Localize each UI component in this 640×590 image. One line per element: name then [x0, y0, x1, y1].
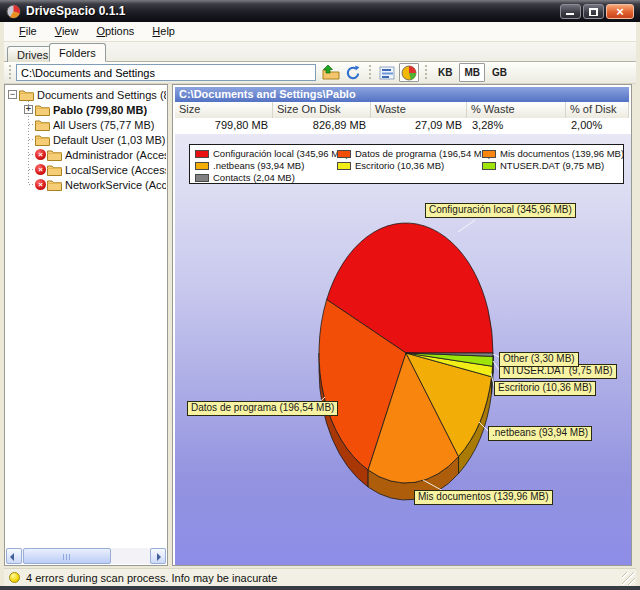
- legend-item: Contacts (2,04 MB): [195, 172, 295, 183]
- status-bar: 4 errors during scan process. Info may b…: [4, 568, 636, 586]
- collapse-icon[interactable]: −: [8, 90, 17, 99]
- tree-item[interactable]: ×LocalService (Access Deni: [6, 162, 166, 177]
- pie-slice-label: Datos de programa (196,54 MB): [187, 401, 338, 416]
- legend-label: Configuración local (345,96 MB): [213, 148, 349, 159]
- folder-icon: [47, 149, 62, 161]
- stats-header-row: SizeSize On DiskWaste% Waste% of Disk: [175, 102, 629, 118]
- legend-swatch: [482, 162, 496, 170]
- tree-item[interactable]: −Documents and Settings (876,60: [6, 87, 166, 102]
- tab-folders-label: Folders: [59, 47, 96, 59]
- legend-item: .netbeans (93,94 MB): [195, 160, 304, 171]
- stat-value: 3,28%: [467, 118, 566, 134]
- address-input[interactable]: [16, 64, 316, 81]
- title-bar[interactable]: DriveSpacio 0.1.1 ×: [0, 0, 640, 22]
- stat-value: 27,09 MB: [371, 118, 467, 134]
- menu-options[interactable]: Options: [87, 23, 143, 40]
- legend-label: NTUSER.DAT (9,75 MB): [500, 160, 604, 171]
- menu-view[interactable]: View: [46, 23, 88, 40]
- legend-item: Datos de programa (196,54 MB): [337, 148, 491, 159]
- legend-swatch: [337, 162, 351, 170]
- tree-item[interactable]: ×Administrador (Access Deni: [6, 147, 166, 162]
- warning-dot-icon: [9, 572, 20, 583]
- minimize-button[interactable]: [560, 4, 581, 19]
- access-denied-icon: ×: [35, 179, 46, 190]
- toolbar-grip[interactable]: [425, 65, 427, 81]
- pie-slice-label: Escritorio (10,36 MB): [494, 381, 596, 396]
- tree-item-label: Default User (1,03 MB): [53, 134, 165, 146]
- close-button[interactable]: ×: [606, 4, 634, 19]
- window-border: [0, 586, 640, 590]
- tree-item[interactable]: ×NetworkService (Access D: [6, 177, 166, 192]
- access-denied-icon: ×: [35, 149, 46, 160]
- tree-item[interactable]: +Pablo (799,80 MB): [6, 102, 166, 117]
- legend-item: Configuración local (345,96 MB): [195, 148, 349, 159]
- folder-icon: [19, 89, 34, 101]
- app-window: DriveSpacio 0.1.1 × File View Options He…: [0, 0, 640, 590]
- chart-legend: Configuración local (345,96 MB)Datos de …: [189, 144, 624, 184]
- close-icon: ×: [607, 5, 633, 18]
- maximize-button[interactable]: [583, 4, 604, 19]
- legend-item: NTUSER.DAT (9,75 MB): [482, 160, 604, 171]
- tab-strip: Drives Folders: [4, 42, 636, 62]
- pie-slice-label: .netbeans (93,94 MB): [488, 426, 592, 441]
- app-icon: [6, 4, 21, 19]
- tree-item-label: LocalService (Access Deni: [65, 164, 166, 176]
- scrollbar-grip-icon: [63, 554, 71, 560]
- list-view-button[interactable]: [377, 63, 397, 82]
- legend-item: Escritorio (10,36 MB): [337, 160, 444, 171]
- folder-tree: −Documents and Settings (876,60+Pablo (7…: [6, 87, 166, 547]
- column-header[interactable]: Size On Disk: [273, 102, 371, 118]
- folder-icon: [35, 134, 50, 146]
- bar-list-icon: [379, 66, 395, 80]
- scroll-left-button[interactable]: [6, 548, 22, 564]
- menu-help[interactable]: Help: [143, 23, 184, 40]
- legend-swatch: [195, 150, 209, 158]
- unit-gb-button[interactable]: GB: [487, 63, 512, 82]
- tree-item[interactable]: Default User (1,03 MB): [6, 132, 166, 147]
- toolbar: KB MB GB: [4, 62, 636, 84]
- folder-icon: [35, 104, 50, 116]
- scrollbar-thumb[interactable]: [23, 548, 111, 564]
- legend-label: Mis documentos (139,96 MB): [500, 148, 624, 159]
- menu-file[interactable]: File: [10, 23, 46, 40]
- tree-horizontal-scrollbar[interactable]: [6, 548, 166, 564]
- scroll-right-icon: [157, 553, 161, 561]
- toolbar-grip[interactable]: [9, 65, 11, 81]
- tree-item-label: Administrador (Access Deni: [65, 149, 166, 161]
- folder-up-button[interactable]: [321, 63, 341, 82]
- folder-tree-panel: −Documents and Settings (876,60+Pablo (7…: [4, 84, 168, 566]
- legend-label: Escritorio (10,36 MB): [355, 160, 444, 171]
- stat-value: 2,00%: [566, 118, 629, 134]
- resize-grip[interactable]: [622, 572, 635, 585]
- pie-chart-icon: [401, 65, 417, 81]
- tree-item-label: Documents and Settings (876,60: [37, 89, 166, 101]
- pie-view-button[interactable]: [399, 63, 419, 82]
- unit-mb-button[interactable]: MB: [459, 63, 485, 82]
- refresh-button[interactable]: [343, 63, 363, 82]
- breadcrumb: C:\Documents and Settings\Pablo: [175, 87, 629, 102]
- status-text: 4 errors during scan process. Info may b…: [26, 572, 277, 584]
- access-denied-icon: ×: [35, 164, 46, 175]
- legend-swatch: [195, 162, 209, 170]
- tree-item-label: NetworkService (Access D: [65, 179, 166, 191]
- details-panel: C:\Documents and Settings\Pablo SizeSize…: [172, 84, 632, 566]
- pie-slice-label: Configuración local (345,96 MB): [425, 203, 576, 218]
- scroll-left-icon: [10, 553, 14, 561]
- folder-up-icon: [322, 65, 340, 80]
- column-header[interactable]: % of Disk: [566, 102, 629, 118]
- unit-kb-button[interactable]: KB: [433, 63, 457, 82]
- minimize-icon: [566, 13, 574, 15]
- folder-icon: [47, 164, 62, 176]
- expand-icon[interactable]: +: [24, 105, 33, 114]
- legend-label: Contacts (2,04 MB): [213, 172, 295, 183]
- legend-label: .netbeans (93,94 MB): [213, 160, 304, 171]
- tree-item[interactable]: All Users (75,77 MB): [6, 117, 166, 132]
- legend-swatch: [195, 174, 209, 182]
- tab-folders[interactable]: Folders: [49, 43, 106, 62]
- toolbar-grip[interactable]: [369, 65, 371, 81]
- column-header[interactable]: Size: [175, 102, 273, 118]
- column-header[interactable]: % Waste: [467, 102, 566, 118]
- menu-bar: File View Options Help: [4, 22, 636, 42]
- column-header[interactable]: Waste: [371, 102, 467, 118]
- scroll-right-button[interactable]: [150, 548, 166, 564]
